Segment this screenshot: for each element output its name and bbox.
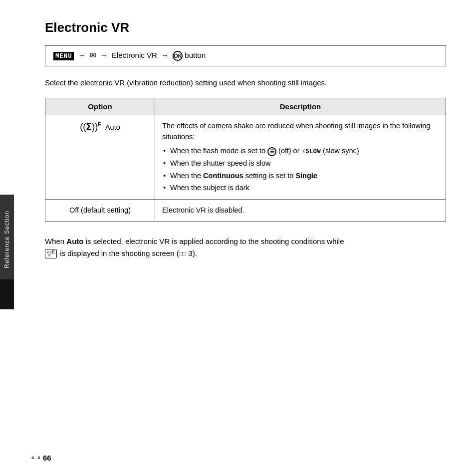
footer-text-before: When (45, 237, 66, 245)
page-num-label: 66 (43, 454, 51, 462)
description-intro: The effects of camera shake are reduced … (162, 122, 430, 141)
arrow-1: → (78, 51, 85, 59)
page-num-icon: ⚬⚬ (30, 454, 42, 462)
vr-auto-icon: ((𝝨))E (80, 122, 101, 132)
description-off: Electronic VR is disabled. (155, 200, 446, 221)
page-ref: 3). (186, 249, 197, 257)
side-tab-label: Reference Section (3, 211, 10, 268)
table-row: ((𝝨))E Auto The effects of camera shake … (45, 115, 446, 200)
off-description: Electronic VR is disabled. (162, 206, 244, 214)
list-item: When the shutter speed is slow (162, 158, 439, 169)
bullet-list: When the flash mode is set to ☰ (off) or… (162, 145, 439, 193)
table-row: Off (default setting) Electronic VR is d… (45, 200, 446, 221)
off-label: Off (default setting) (69, 206, 131, 214)
footer-paragraph: When Auto is selected, electronic VR is … (45, 236, 446, 259)
list-item: When the flash mode is set to ☰ (off) or… (162, 145, 439, 157)
book-icon: □□ (179, 250, 187, 257)
footer-second-line: is displayed in the shooting screen ( (60, 249, 179, 257)
page-title: Electronic VR (45, 20, 446, 35)
intro-text: Select the electronic VR (vibration redu… (45, 77, 446, 89)
ok-badge: OK (173, 51, 183, 61)
list-item: When the subject is dark (162, 182, 439, 193)
arrow-3: → (161, 51, 169, 59)
auto-label: Auto (105, 123, 120, 131)
menu-icon: ✉ (90, 51, 96, 59)
footer-auto-bold: Auto (66, 237, 83, 245)
menu-path-box: MENU → ✉ → Electronic VR → OK button (45, 45, 446, 66)
option-auto: ((𝝨))E Auto (45, 115, 155, 200)
slow-sync-icon: ⚡SLOW (302, 148, 321, 155)
option-off: Off (default setting) (45, 200, 155, 221)
page-content: Electronic VR MENU → ✉ → Electronic VR →… (15, 0, 476, 279)
table-header-option: Option (45, 98, 155, 115)
list-item: When the Continuous setting is set to Si… (162, 170, 439, 181)
menu-keyword: MENU (53, 52, 74, 60)
vr-display-icon: ▽E (45, 249, 57, 258)
setting-label: Electronic VR (112, 51, 157, 59)
single-label: Single (295, 172, 317, 180)
page-footer: ⚬⚬ 66 (30, 454, 51, 462)
continuous-label: Continuous (203, 172, 243, 180)
reference-section-tab: Reference Section (0, 195, 14, 284)
table-header-description: Description (155, 98, 446, 115)
button-label: button (185, 51, 206, 59)
description-auto: The effects of camera shake are reduced … (155, 115, 446, 200)
options-table: Option Description ((𝝨))E Auto The effec… (45, 98, 446, 222)
footer-text-after: is selected, electronic VR is applied ac… (84, 237, 344, 245)
page-number: ⚬⚬ 66 (30, 454, 51, 462)
flash-off-icon: ☰ (267, 147, 276, 156)
black-thumb-tab (0, 279, 14, 309)
arrow-2: → (100, 51, 108, 59)
